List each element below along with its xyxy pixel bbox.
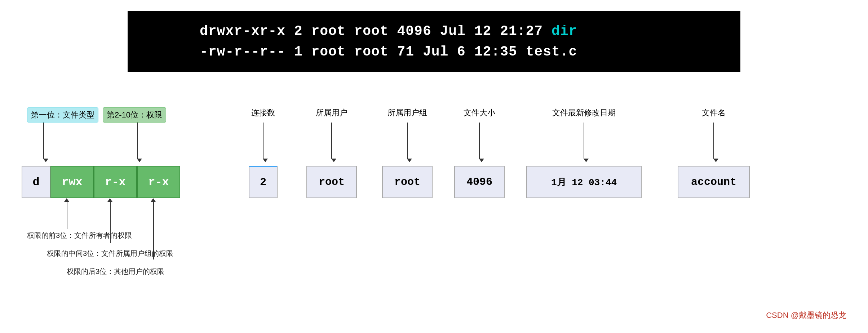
terminal-line1: drwxr-xr-x 2 root root 4096 Jul 12 21:27… bbox=[200, 21, 719, 41]
box-owner-perm: rwx bbox=[50, 166, 94, 198]
col-label-linkcount: 连接数 bbox=[249, 107, 278, 118]
arrow-filetype bbox=[43, 123, 48, 162]
annot-owner-perm: 权限的前3位：文件所有者的权限 bbox=[27, 231, 132, 240]
arrow-owner-perm-head bbox=[64, 198, 69, 202]
label-permission: 第2-10位：权限 bbox=[103, 107, 166, 123]
watermark: CSDN @戴墨镜的恐龙 bbox=[766, 310, 846, 321]
arrow-owner bbox=[331, 123, 336, 162]
data-box-filesize: 4096 bbox=[454, 166, 505, 198]
arrow-ownergroup bbox=[407, 123, 412, 162]
data-box-modifydate: 1月 12 03:44 bbox=[526, 166, 642, 198]
terminal-line2: -rw-r--r-- 1 root root 71 Jul 6 12:35 te… bbox=[200, 41, 719, 62]
arrow-group-perm-head bbox=[107, 198, 112, 202]
terminal-block: drwxr-xr-x 2 root root 4096 Jul 12 21:27… bbox=[128, 11, 740, 72]
data-box-filename: account bbox=[678, 166, 750, 198]
arrow-linkcount bbox=[263, 123, 268, 162]
box-filetype: d bbox=[22, 166, 50, 198]
arrow-modifydate bbox=[584, 123, 589, 162]
data-box-owner: root bbox=[306, 166, 357, 198]
arrow-filesize bbox=[479, 123, 484, 162]
label-filetype: 第一位：文件类型 bbox=[27, 107, 98, 123]
arrow-permission bbox=[137, 123, 142, 162]
arrow-owner-perm-up bbox=[67, 200, 67, 229]
col-label-owner: 所属用户 bbox=[310, 107, 353, 118]
annot-other-perm: 权限的后3位：其他用户的权限 bbox=[67, 267, 164, 276]
arrow-other-perm-head bbox=[151, 198, 156, 202]
perm-row: d rwx r-x r-x bbox=[22, 166, 180, 198]
arrow-filename bbox=[713, 123, 718, 162]
diagram: 第一位：文件类型 第2-10位：权限 d rwx r-x r-x bbox=[0, 94, 868, 328]
col-label-ownergroup: 所属用户组 bbox=[382, 107, 433, 118]
data-box-linkcount: 2 bbox=[249, 166, 278, 198]
col-label-modifydate: 文件最新修改日期 bbox=[533, 107, 634, 118]
data-box-ownergroup: root bbox=[382, 166, 433, 198]
annot-group-perm: 权限的中间3位：文件所属用户组的权限 bbox=[47, 249, 173, 258]
col-label-filename: 文件名 bbox=[685, 107, 743, 118]
box-other-perm: r-x bbox=[137, 166, 180, 198]
box-group-perm: r-x bbox=[94, 166, 137, 198]
col-label-filesize: 文件大小 bbox=[458, 107, 501, 118]
